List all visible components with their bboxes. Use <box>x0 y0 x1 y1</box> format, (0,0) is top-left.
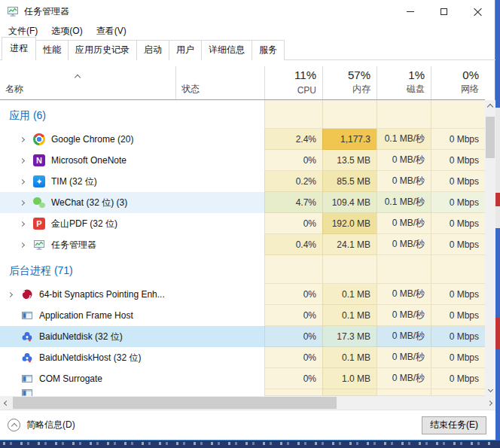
tim-icon: ✦ <box>33 175 45 187</box>
network-cell: 0 Mbps <box>431 213 485 234</box>
network-cell <box>431 389 485 396</box>
menu-options[interactable]: 选项(O) <box>44 23 89 39</box>
process-name: 64-bit Synaptics Pointing Enh... <box>39 289 165 300</box>
task-manager-icon <box>7 5 19 17</box>
column-header-name[interactable]: 名称 <box>0 66 175 99</box>
column-header-row: 名称 状态 11% CPU 57% 内存 1% 磁盘 0% 网络 <box>0 66 485 100</box>
process-row[interactable]: Application Frame Host0%0.1 MB0 MB/秒0 Mb… <box>0 305 485 326</box>
maximize-button[interactable] <box>427 0 461 23</box>
title-bar[interactable]: 任务管理器 <box>0 0 495 23</box>
window-frame-icon <box>21 309 33 322</box>
scroll-right-icon[interactable] <box>483 396 495 410</box>
expand-chevron-icon[interactable] <box>17 180 27 184</box>
process-row[interactable]: COM Surrogate0%1.0 MB0 MB/秒0 Mbps <box>0 368 485 389</box>
memory-cell <box>322 389 377 396</box>
end-task-button[interactable]: 结束任务(E) <box>422 416 486 434</box>
memory-cell: 85.5 MB <box>322 171 377 192</box>
cpu-cell: 0.2% <box>264 171 322 192</box>
close-button[interactable] <box>461 0 495 23</box>
background-window-sliver-bottom <box>0 440 500 448</box>
memory-cell: 0.1 MB <box>322 305 377 326</box>
minimize-button[interactable] <box>393 0 427 23</box>
section-disk-cell <box>377 100 431 129</box>
process-row[interactable] <box>0 389 485 396</box>
expand-chevron-icon[interactable] <box>17 159 27 163</box>
process-row[interactable]: NMicrosoft OneNote0%13.5 MB0 MB/秒0 Mbps <box>0 150 485 171</box>
scroll-up-icon[interactable] <box>485 100 495 113</box>
close-icon <box>474 8 482 16</box>
disk-cell: 0 MB/秒 <box>377 213 431 234</box>
disk-cell: 0 MB/秒 <box>377 326 431 347</box>
cpu-cell: 0.4% <box>264 234 322 255</box>
process-row[interactable]: Google Chrome (20)2.4%1,177.30.1 MB/秒0 M… <box>0 129 485 150</box>
expand-chevron-icon[interactable] <box>17 201 27 205</box>
section-memory-cell <box>322 100 377 129</box>
taskmgr-icon <box>33 239 45 251</box>
process-row[interactable]: WeChat (32 位) (3)4.7%109.4 MB0.1 MB/秒0 M… <box>0 192 485 213</box>
column-header-memory[interactable]: 57% 内存 <box>322 66 377 99</box>
cpu-cell: 2.4% <box>264 129 322 150</box>
tab-5[interactable]: 详细信息 <box>201 40 252 60</box>
vertical-scrollbar-thumb[interactable] <box>486 117 495 158</box>
process-name: 任务管理器 <box>51 239 96 251</box>
process-name: Application Frame Host <box>39 310 133 321</box>
maximize-icon <box>441 8 447 15</box>
process-list: 应用 (6)Google Chrome (20)2.4%1,177.30.1 M… <box>0 100 485 396</box>
cpu-cell: 4.7% <box>264 192 322 213</box>
tab-3[interactable]: 启动 <box>136 40 169 60</box>
status-cell <box>175 129 264 150</box>
process-row[interactable]: BaiduNetdisk (32 位)0%17.3 MB0 MB/秒0 Mbps <box>0 326 485 347</box>
tab-2[interactable]: 应用历史记录 <box>68 40 137 60</box>
chrome-icon <box>33 133 45 145</box>
collapse-details-icon[interactable] <box>8 419 20 431</box>
status-cell <box>175 284 264 305</box>
background-window-sliver-right <box>495 0 500 448</box>
process-row[interactable]: P金山PDF (32 位)0%192.0 MB0 MB/秒0 Mbps <box>0 213 485 234</box>
memory-cell: 0.1 MB <box>322 347 377 368</box>
disk-cell: 0 MB/秒 <box>377 347 431 368</box>
expand-chevron-icon[interactable] <box>5 293 15 297</box>
column-header-status[interactable]: 状态 <box>175 66 264 99</box>
column-header-disk[interactable]: 1% 磁盘 <box>377 66 431 99</box>
expand-chevron-icon[interactable] <box>17 138 27 142</box>
process-name: Google Chrome (20) <box>51 134 133 145</box>
section-header-row[interactable]: 应用 (6) <box>0 100 485 129</box>
network-cell: 0 Mbps <box>431 234 485 255</box>
tab-1[interactable]: 性能 <box>35 40 69 60</box>
network-cell: 0 Mbps <box>431 305 485 326</box>
disk-cell: 0 MB/秒 <box>377 368 431 389</box>
tab-6[interactable]: 服务 <box>252 40 285 60</box>
process-row[interactable]: 任务管理器0.4%24.1 MB0 MB/秒0 Mbps <box>0 234 485 255</box>
menu-view[interactable]: 查看(V) <box>90 23 133 39</box>
vertical-scrollbar[interactable] <box>485 100 495 396</box>
section-disk-cell <box>377 255 431 284</box>
expand-chevron-icon[interactable] <box>17 243 27 247</box>
process-row[interactable]: ✦TIM (32 位)0.2%85.5 MB0 MB/秒0 Mbps <box>0 171 485 192</box>
status-cell <box>175 305 264 326</box>
status-cell <box>175 234 264 255</box>
disk-cell <box>377 389 431 396</box>
section-header-row[interactable]: 后台进程 (71) <box>0 255 485 284</box>
column-header-network[interactable]: 0% 网络 <box>431 66 485 99</box>
memory-cell: 192.0 MB <box>322 213 377 234</box>
tab-4[interactable]: 用户 <box>169 40 202 60</box>
horizontal-scrollbar-thumb[interactable] <box>13 397 337 409</box>
synaptics-icon <box>21 288 33 300</box>
column-header-cpu[interactable]: 11% CPU <box>264 66 322 99</box>
expand-chevron-icon[interactable] <box>17 222 27 226</box>
menu-bar: 文件(F) 选项(O) 查看(V) <box>0 23 495 39</box>
section-cpu-cell <box>264 100 322 129</box>
status-cell <box>175 326 264 347</box>
process-name: COM Surrogate <box>39 373 102 384</box>
disk-cell: 0 MB/秒 <box>377 150 431 171</box>
process-row[interactable]: BaiduNetdiskHost (32 位)0%0.1 MB0 MB/秒0 M… <box>0 347 485 368</box>
tab-0[interactable]: 进程 <box>2 37 36 60</box>
process-row[interactable]: 64-bit Synaptics Pointing Enh...0%0.1 MB… <box>0 284 485 305</box>
scroll-left-icon[interactable] <box>0 396 12 410</box>
memory-cell: 1.0 MB <box>322 368 377 389</box>
status-cell <box>175 213 264 234</box>
fewer-details-toggle[interactable]: 简略信息(D) <box>26 419 75 431</box>
horizontal-scrollbar[interactable] <box>0 396 495 410</box>
screen: 任务管理器 文件(F) 选项(O) 查看(V) 进程性能应用历史记录启动用户详细… <box>0 0 500 448</box>
scroll-down-icon[interactable] <box>485 383 495 396</box>
